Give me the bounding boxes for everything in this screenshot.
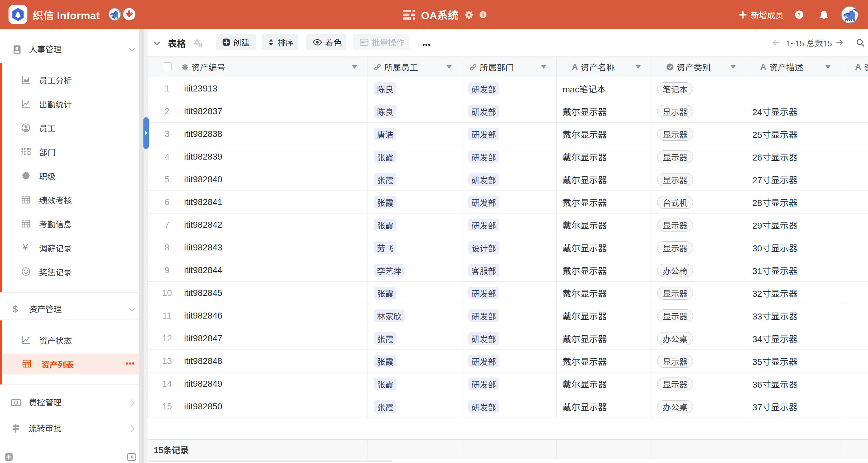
svg-text:?: ? xyxy=(797,12,801,18)
